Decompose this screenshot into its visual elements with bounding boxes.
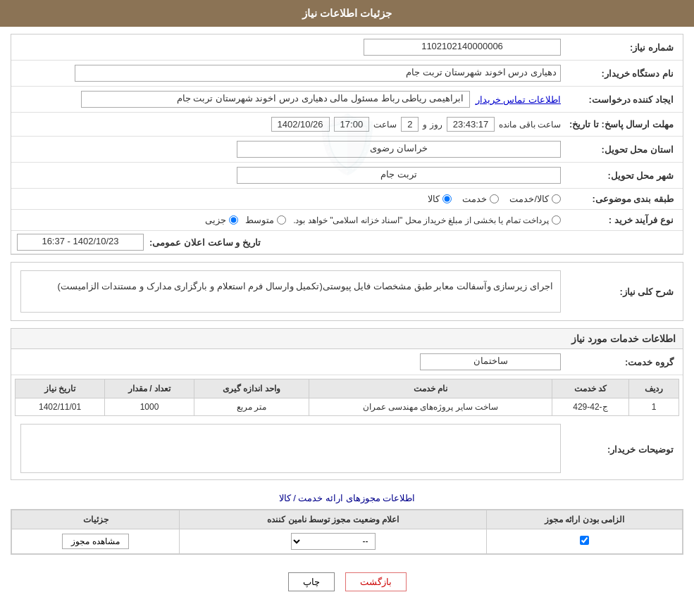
services-section: اطلاعات خدمات مورد نیاز گروه خدمت: ساختم… [11, 328, 683, 480]
permissions-section: اطلاعات مجوزهای ارائه خدمت / کالا الزامی… [11, 487, 683, 555]
col-service-name: نام خدمت [309, 379, 552, 398]
col-details: جزئیات [12, 510, 180, 529]
col-date: تاریخ نیاز [16, 379, 105, 398]
description-label: شرح کلی نیاز: [564, 287, 677, 297]
requester-row: ایجاد کننده درخواست: اطلاعات تماس خریدار… [11, 87, 683, 113]
announcement-row: تاریخ و ساعت اعلان عمومی: 1402/10/23 - 1… [11, 231, 683, 254]
buyer-org-label: نام دستگاه خریدار: [564, 68, 677, 79]
service-group-row: گروه خدمت: ساختمان [11, 349, 683, 375]
city-row: شهر محل تحویل: تربت جام [11, 163, 683, 189]
deadline-label: مهلت ارسال پاسخ: تا تاریخ: [564, 119, 677, 130]
cell-details: مشاهده مجوز [12, 529, 180, 554]
cell-unit: متر مربع [194, 398, 309, 416]
need-number-label: شماره نیاز: [564, 42, 677, 53]
print-button[interactable]: چاپ [288, 572, 335, 591]
remaining-label: ساعت باقی مانده [499, 120, 561, 130]
buyer-org-row: نام دستگاه خریدار: دهیاری درس اخوند شهرس… [11, 61, 683, 87]
deadline-countdown-row: ساعت باقی مانده 23:43:17 روز و 2 ساعت 17… [20, 117, 561, 132]
category-radio-kala[interactable]: کالا [428, 194, 452, 204]
permissions-title: اطلاعات مجوزهای ارائه خدمت / کالا [11, 487, 683, 509]
col-service-code: کد خدمت [552, 379, 628, 398]
bottom-buttons: چاپ بازگشت [11, 562, 683, 602]
time-label: ساعت [373, 120, 397, 130]
category-radio-group: کالا/خدمت خدمت کالا [20, 194, 561, 204]
days-label: روز و [423, 120, 442, 130]
province-row: استان محل تحویل: خراسان رضوی [11, 137, 683, 163]
process-radio-group: پرداخت تمام یا بخشی از مبلغ خریداز محل "… [20, 215, 561, 225]
cell-row-num: 1 [629, 398, 679, 416]
need-number-input: 1102102140000006 [364, 39, 561, 56]
page-header: جزئیات اطلاعات نیاز [0, 0, 694, 27]
requester-contact-link[interactable]: اطلاعات تماس خریدار [476, 94, 561, 105]
requester-input: ابراهیمی ریاطی رباط مسئول مالی دهیاری در… [81, 91, 470, 108]
announcement-input: 1402/10/23 - 16:37 [17, 234, 144, 251]
description-section: شرح کلی نیاز: اجرای زیرسازی وآسفالت معاب… [11, 262, 683, 321]
description-text: اجرای زیرسازی وآسفالت معابر طبق مشخصات ف… [20, 270, 561, 313]
col-status: اعلام وضعیت مجوز توسط نامین کننده [180, 510, 487, 529]
need-number-row: شماره نیاز: 1102102140000006 [11, 34, 683, 61]
process-radio-small[interactable]: جزیی [205, 215, 238, 225]
announcement-label: تاریخ و ساعت اعلان عمومی: [149, 237, 264, 248]
main-info-section: شماره نیاز: 1102102140000006 نام دستگاه … [11, 34, 683, 255]
description-row: شرح کلی نیاز: اجرای زیرسازی وآسفالت معاب… [11, 263, 683, 320]
services-title: اطلاعات خدمات مورد نیاز [11, 328, 683, 348]
page-title: جزئیات اطلاعات نیاز [302, 7, 392, 19]
city-input: تربت جام [237, 167, 561, 184]
buyer-notes-label: توضیحات خریدار: [564, 444, 677, 455]
required-checkbox[interactable] [580, 536, 589, 545]
buyer-notes-row: توضیحات خریدار: [11, 420, 683, 479]
buyer-notes-textarea[interactable] [20, 424, 561, 473]
permissions-table: الزامی بودن ارائه مجوز اعلام وضعیت مجوز … [11, 510, 683, 554]
cell-status: -- [180, 529, 487, 554]
province-input: خراسان رضوی [237, 141, 561, 158]
process-radio-medium[interactable]: متوسط [245, 215, 286, 225]
table-row: 1 ج-42-429 ساخت سایر پروژه‌های مهندسی عم… [16, 398, 679, 416]
deadline-row: مهلت ارسال پاسخ: تا تاریخ: ساعت باقی مان… [11, 113, 683, 137]
service-group-label: گروه خدمت: [564, 357, 677, 367]
category-radio-khidmat[interactable]: خدمت [462, 194, 499, 204]
category-row: طبقه بندی موضوعی: کالا/خدمت خدمت [11, 189, 683, 210]
requester-label: ایجاد کننده درخواست: [564, 94, 677, 105]
process-row: نوع فرآیند خرید : پرداخت تمام یا بخشی از… [11, 210, 683, 231]
col-required: الزامی بودن ارائه مجوز [486, 510, 682, 529]
province-label: استان محل تحویل: [564, 144, 677, 155]
status-select[interactable]: -- [291, 533, 376, 550]
col-quantity: تعداد / مقدار [105, 379, 194, 398]
view-permit-button[interactable]: مشاهده مجوز [62, 534, 128, 549]
city-label: شهر محل تحویل: [564, 170, 677, 181]
list-item: -- مشاهده مجوز [12, 529, 683, 554]
process-label: نوع فرآیند خرید : [564, 215, 677, 225]
category-label: طبقه بندی موضوعی: [564, 194, 677, 204]
cell-date: 1402/11/01 [16, 398, 105, 416]
need-number-value: 1102102140000006 [17, 37, 564, 57]
buyer-org-input: دهیاری درس اخوند شهرستان تربت جام [75, 65, 561, 82]
back-button[interactable]: بازگشت [345, 572, 407, 591]
cell-quantity: 1000 [105, 398, 194, 416]
col-row-num: ردیف [629, 379, 679, 398]
category-radio-kala-khidmat[interactable]: کالا/خدمت [509, 194, 561, 204]
countdown-timer: 23:43:17 [447, 117, 495, 132]
cell-service-code: ج-42-429 [552, 398, 628, 416]
cell-required [486, 529, 682, 554]
services-table: ردیف کد خدمت نام خدمت واحد اندازه گیری ت… [15, 379, 679, 416]
process-radio-islamic[interactable]: پرداخت تمام یا بخشی از مبلغ خریداز محل "… [293, 215, 561, 225]
deadline-date: 1402/10/26 [271, 117, 330, 132]
deadline-time: 17:00 [334, 117, 370, 132]
cell-service-name: ساخت سایر پروژه‌های مهندسی عمران [309, 398, 552, 416]
service-group-input: ساختمان [420, 353, 561, 370]
days-value: 2 [401, 117, 419, 132]
col-unit: واحد اندازه گیری [194, 379, 309, 398]
